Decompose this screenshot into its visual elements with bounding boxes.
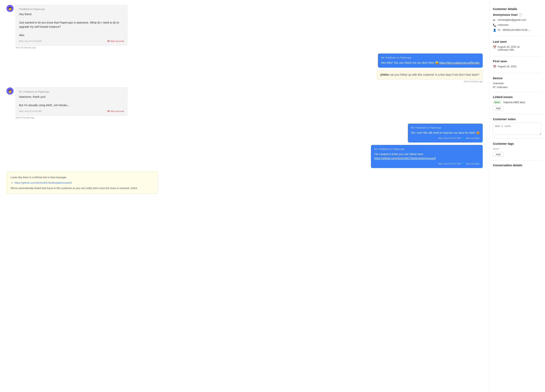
email-footer-4: Wed, Aug 18 10:56 AM M Sent via email [19,110,124,113]
github-notice: Looks like there is a GitHub link in tha… [6,172,158,194]
last-seen-value: August 18, 2021 at Unknown URL [498,45,520,51]
sent-ago-4: Sent 8 minutes ago [6,116,483,119]
first-seen-date: August 18, 2021 [498,65,517,68]
issue-text: Improve AWS docs [503,101,525,104]
msg-row-note-3: @Alex can you follow up with this custom… [6,70,483,80]
chat-area: 🧑 Feedback on Papercups Hey there! Just … [0,0,489,392]
avatar-icon-4: 🧑 [8,89,12,93]
linked-issues-section: Linked issues done Improve AWS docs Add [493,92,541,114]
customer-phone: Unknown [498,23,508,26]
gmail-icon-4: M [107,110,109,113]
agent-subject-2: Re: Feedback on Papercups [381,56,480,59]
last-seen-title: Last seen [493,40,541,43]
last-seen-row: 📅 August 18, 2021 at Unknown URL [493,45,541,51]
phone-icon: 📞 [493,24,496,27]
last-seen-section: Last seen 📅 August 18, 2021 at Unknown U… [493,37,541,56]
phone-row: 📞 Unknown [493,23,541,27]
last-seen-date: August 18, 2021 [498,45,517,48]
email-row: ✉ reichertjalex@gmail.com [493,18,541,22]
id-row: 👤 ID: 0503ec2b-0d54-4140-... [493,28,541,32]
agent-body-5: Oh I see! We still need to improve our d… [411,131,480,135]
customer-avatar-1: 🧑 [6,5,13,12]
sent-via-email-4: M Sent via email [107,110,124,113]
ip-row: IP: Unknown [493,86,541,89]
github-notice-text1: Looks like there is a GitHub link in tha… [11,176,67,179]
email-footer-1: Wed, Aug 18 10:45 AM M Sent via email [19,40,124,43]
agent-bubble-6: Re: Feedback on Papercups I've created a… [371,145,483,168]
slack-icon-5: 🔷 [461,136,465,140]
msg-row-agent-5: Re: Feedback on Papercups Oh I see! We s… [6,123,483,142]
email-subject-4: Re: Feedback on Papercups [19,90,124,93]
email-body-4: Awesome, thank you! But I'm actually usi… [19,95,124,107]
first-seen-row: 📅 August 18, 2021 [493,65,541,68]
timestamp-5: Wed, Aug 18 10:57 AM [438,137,461,139]
linked-issues-title: Linked issues [493,95,541,98]
docs-link[interactable]: https://docs.papercups.io/heroku [439,61,480,64]
message-row-4: 🧑 Re: Feedback on Papercups Awesome, tha… [6,87,483,122]
msg-row-agent-6: Re: Feedback on Papercups I've created a… [6,145,483,168]
email-subject-1: Feedback on Papercups [19,8,124,11]
sent-via-email-1: M Sent via email [107,40,124,43]
customer-details-section: Customer details Anonymous User i ✉ reic… [493,4,541,37]
customer-id: 0503ec2b-0d54-4140-... [503,28,530,31]
customer-tags-section: Customer tags None Add [493,139,541,160]
tags-none: None [493,147,541,150]
msg-row-agent-2: Re: Feedback on Papercups Hey Alex! You … [6,54,483,68]
last-seen-url: Unknown URL [498,48,514,51]
device-section: Device Unknown IP: Unknown [493,73,541,92]
sidebar: Customer details Anonymous User i ✉ reic… [489,0,545,392]
customer-details-title: Customer details [493,7,541,11]
timestamp-6: Wed, Aug 18 10:57 AM [438,162,461,165]
github-notice-text2: We've automatically linked that issue to… [11,187,137,190]
message-row-3: @Alex can you follow up with this custom… [6,70,483,86]
calendar-icon-first: 📅 [493,65,496,68]
email-card-1: Feedback on Papercups Hey there! Just wa… [16,5,127,45]
mention-3: @Alex [380,73,389,76]
person-icon: 👤 [493,29,496,32]
msg-row-inbound-4: 🧑 Re: Feedback on Papercups Awesome, tha… [6,87,483,116]
customer-notes-title: Customer notes [493,117,541,121]
agent-bubble-5: Re: Feedback on Papercups Oh I see! We s… [408,123,483,142]
conversation-details-section: Conversation details [493,160,541,172]
first-seen-section: First seen 📅 August 18, 2021 [493,56,541,73]
note-body-3: can you follow up with this customer in … [390,73,479,76]
add-issue-button[interactable]: Add [493,106,503,111]
customer-name: Anonymous User [493,13,518,16]
conversation-details-title: Conversation details [493,164,541,167]
github-link-6[interactable]: https://github.com/reichert621/boilerpla… [374,157,436,160]
ip-value: Unknown [497,86,508,89]
slack-icon-6: 🔷 [461,162,465,165]
notes-textarea[interactable] [493,123,541,135]
agent-footer-5: Wed, Aug 18 10:57 AM 🔷 Sent via Slack [411,136,480,140]
info-icon[interactable]: i [519,13,522,16]
avatar-icon: 🧑 [8,6,12,10]
customer-email: reichertjalex@gmail.com [498,18,526,21]
email-card-4: Re: Feedback on Papercups Awesome, thank… [16,87,127,116]
agent-subject-5: Re: Feedback on Papercups [411,126,480,129]
email-icon: ✉ [493,18,496,22]
message-row-2: Re: Feedback on Papercups Hey Alex! You … [6,54,483,68]
customer-notes-section: Customer notes [493,114,541,139]
device-title: Device [493,76,541,80]
message-row-1: 🧑 Feedback on Papercups Hey there! Just … [6,5,483,52]
calendar-icon-last: 📅 [493,45,496,49]
agent-subject-6: Re: Feedback on Papercups [374,148,480,151]
agent-body-2: Hey Alex! You can check out our docs her… [381,61,480,65]
msg-row-inbound-1: 🧑 Feedback on Papercups Hey there! Just … [6,5,483,45]
ip-label: IP: [493,86,496,89]
github-notice-link[interactable]: https://github.com/reichert621/boilerpla… [15,181,72,184]
body-prefix-6: I've created a ticket you can follow her… [374,153,424,156]
message-row-5: Re: Feedback on Papercups Oh I see! We s… [6,123,483,143]
customer-tags-title: Customer tags [493,142,541,145]
note-bubble-3: @Alex can you follow up with this custom… [377,70,483,80]
message-row-6: Re: Feedback on Papercups I've created a… [6,145,483,169]
add-tag-button[interactable]: Add [493,152,503,157]
device-value: Unknown [493,82,541,85]
issue-row: done Improve AWS docs [493,101,541,104]
customer-name-row: Anonymous User i [493,13,541,16]
gmail-icon: M [107,40,109,43]
sent-ago-1: Sent 18 minutes ago [6,46,483,49]
sent-ago-3: Sent 8 minutes ago [6,80,483,83]
email-body-1: Hey there! Just wanted to let you know t… [19,12,124,37]
agent-body-6: I've created a ticket you can follow her… [374,152,480,160]
